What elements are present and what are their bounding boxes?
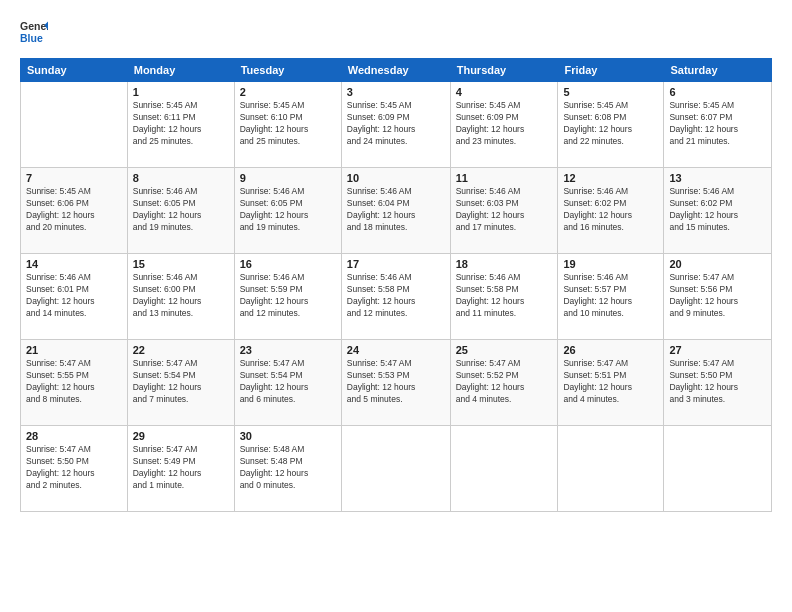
week-row-5: 28Sunrise: 5:47 AM Sunset: 5:50 PM Dayli… — [21, 426, 772, 512]
calendar-cell: 23Sunrise: 5:47 AM Sunset: 5:54 PM Dayli… — [234, 340, 341, 426]
day-number: 13 — [669, 172, 766, 184]
calendar-cell — [558, 426, 664, 512]
day-info: Sunrise: 5:47 AM Sunset: 5:53 PM Dayligh… — [347, 358, 445, 406]
calendar-cell — [341, 426, 450, 512]
calendar-cell: 17Sunrise: 5:46 AM Sunset: 5:58 PM Dayli… — [341, 254, 450, 340]
day-info: Sunrise: 5:45 AM Sunset: 6:07 PM Dayligh… — [669, 100, 766, 148]
day-info: Sunrise: 5:46 AM Sunset: 6:01 PM Dayligh… — [26, 272, 122, 320]
day-number: 19 — [563, 258, 658, 270]
calendar-cell: 12Sunrise: 5:46 AM Sunset: 6:02 PM Dayli… — [558, 168, 664, 254]
day-info: Sunrise: 5:47 AM Sunset: 5:49 PM Dayligh… — [133, 444, 229, 492]
day-info: Sunrise: 5:47 AM Sunset: 5:54 PM Dayligh… — [133, 358, 229, 406]
calendar-cell: 29Sunrise: 5:47 AM Sunset: 5:49 PM Dayli… — [127, 426, 234, 512]
weekday-header-saturday: Saturday — [664, 59, 772, 82]
weekday-header-wednesday: Wednesday — [341, 59, 450, 82]
calendar-cell: 2Sunrise: 5:45 AM Sunset: 6:10 PM Daylig… — [234, 82, 341, 168]
day-info: Sunrise: 5:46 AM Sunset: 6:04 PM Dayligh… — [347, 186, 445, 234]
weekday-header-row: SundayMondayTuesdayWednesdayThursdayFrid… — [21, 59, 772, 82]
day-number: 8 — [133, 172, 229, 184]
calendar-cell: 14Sunrise: 5:46 AM Sunset: 6:01 PM Dayli… — [21, 254, 128, 340]
calendar-cell: 24Sunrise: 5:47 AM Sunset: 5:53 PM Dayli… — [341, 340, 450, 426]
calendar-cell: 4Sunrise: 5:45 AM Sunset: 6:09 PM Daylig… — [450, 82, 558, 168]
day-number: 6 — [669, 86, 766, 98]
day-info: Sunrise: 5:48 AM Sunset: 5:48 PM Dayligh… — [240, 444, 336, 492]
calendar-cell: 30Sunrise: 5:48 AM Sunset: 5:48 PM Dayli… — [234, 426, 341, 512]
week-row-4: 21Sunrise: 5:47 AM Sunset: 5:55 PM Dayli… — [21, 340, 772, 426]
week-row-1: 1Sunrise: 5:45 AM Sunset: 6:11 PM Daylig… — [21, 82, 772, 168]
day-number: 26 — [563, 344, 658, 356]
svg-text:Blue: Blue — [20, 32, 43, 44]
calendar-cell: 1Sunrise: 5:45 AM Sunset: 6:11 PM Daylig… — [127, 82, 234, 168]
calendar-cell: 25Sunrise: 5:47 AM Sunset: 5:52 PM Dayli… — [450, 340, 558, 426]
day-info: Sunrise: 5:45 AM Sunset: 6:08 PM Dayligh… — [563, 100, 658, 148]
day-info: Sunrise: 5:46 AM Sunset: 6:02 PM Dayligh… — [669, 186, 766, 234]
weekday-header-sunday: Sunday — [21, 59, 128, 82]
day-info: Sunrise: 5:46 AM Sunset: 6:05 PM Dayligh… — [240, 186, 336, 234]
day-info: Sunrise: 5:47 AM Sunset: 5:51 PM Dayligh… — [563, 358, 658, 406]
day-number: 16 — [240, 258, 336, 270]
weekday-header-friday: Friday — [558, 59, 664, 82]
calendar-cell: 19Sunrise: 5:46 AM Sunset: 5:57 PM Dayli… — [558, 254, 664, 340]
day-info: Sunrise: 5:46 AM Sunset: 5:58 PM Dayligh… — [347, 272, 445, 320]
day-number: 28 — [26, 430, 122, 442]
weekday-header-tuesday: Tuesday — [234, 59, 341, 82]
calendar-cell: 16Sunrise: 5:46 AM Sunset: 5:59 PM Dayli… — [234, 254, 341, 340]
calendar-cell: 10Sunrise: 5:46 AM Sunset: 6:04 PM Dayli… — [341, 168, 450, 254]
calendar-cell: 20Sunrise: 5:47 AM Sunset: 5:56 PM Dayli… — [664, 254, 772, 340]
page: General Blue SundayMondayTuesdayWednesda… — [0, 0, 792, 612]
calendar-cell: 27Sunrise: 5:47 AM Sunset: 5:50 PM Dayli… — [664, 340, 772, 426]
day-info: Sunrise: 5:45 AM Sunset: 6:10 PM Dayligh… — [240, 100, 336, 148]
day-info: Sunrise: 5:47 AM Sunset: 5:54 PM Dayligh… — [240, 358, 336, 406]
day-number: 24 — [347, 344, 445, 356]
day-number: 21 — [26, 344, 122, 356]
calendar-cell: 15Sunrise: 5:46 AM Sunset: 6:00 PM Dayli… — [127, 254, 234, 340]
day-info: Sunrise: 5:46 AM Sunset: 5:59 PM Dayligh… — [240, 272, 336, 320]
day-info: Sunrise: 5:47 AM Sunset: 5:52 PM Dayligh… — [456, 358, 553, 406]
calendar-cell — [21, 82, 128, 168]
day-info: Sunrise: 5:46 AM Sunset: 6:03 PM Dayligh… — [456, 186, 553, 234]
calendar-cell: 3Sunrise: 5:45 AM Sunset: 6:09 PM Daylig… — [341, 82, 450, 168]
header: General Blue — [20, 18, 772, 46]
day-info: Sunrise: 5:47 AM Sunset: 5:50 PM Dayligh… — [26, 444, 122, 492]
day-info: Sunrise: 5:47 AM Sunset: 5:55 PM Dayligh… — [26, 358, 122, 406]
day-info: Sunrise: 5:47 AM Sunset: 5:50 PM Dayligh… — [669, 358, 766, 406]
calendar-cell: 13Sunrise: 5:46 AM Sunset: 6:02 PM Dayli… — [664, 168, 772, 254]
day-number: 11 — [456, 172, 553, 184]
day-number: 4 — [456, 86, 553, 98]
week-row-3: 14Sunrise: 5:46 AM Sunset: 6:01 PM Dayli… — [21, 254, 772, 340]
day-info: Sunrise: 5:46 AM Sunset: 6:05 PM Dayligh… — [133, 186, 229, 234]
day-number: 27 — [669, 344, 766, 356]
logo-icon: General Blue — [20, 18, 48, 46]
logo: General Blue — [20, 18, 48, 46]
calendar-cell: 21Sunrise: 5:47 AM Sunset: 5:55 PM Dayli… — [21, 340, 128, 426]
day-number: 14 — [26, 258, 122, 270]
day-number: 29 — [133, 430, 229, 442]
day-info: Sunrise: 5:45 AM Sunset: 6:11 PM Dayligh… — [133, 100, 229, 148]
calendar-cell: 11Sunrise: 5:46 AM Sunset: 6:03 PM Dayli… — [450, 168, 558, 254]
weekday-header-monday: Monday — [127, 59, 234, 82]
day-info: Sunrise: 5:46 AM Sunset: 5:57 PM Dayligh… — [563, 272, 658, 320]
calendar-cell — [450, 426, 558, 512]
day-number: 22 — [133, 344, 229, 356]
day-number: 1 — [133, 86, 229, 98]
day-number: 3 — [347, 86, 445, 98]
day-number: 10 — [347, 172, 445, 184]
day-number: 2 — [240, 86, 336, 98]
calendar-cell: 9Sunrise: 5:46 AM Sunset: 6:05 PM Daylig… — [234, 168, 341, 254]
day-info: Sunrise: 5:46 AM Sunset: 6:00 PM Dayligh… — [133, 272, 229, 320]
day-info: Sunrise: 5:45 AM Sunset: 6:09 PM Dayligh… — [347, 100, 445, 148]
calendar-cell: 26Sunrise: 5:47 AM Sunset: 5:51 PM Dayli… — [558, 340, 664, 426]
calendar-cell: 5Sunrise: 5:45 AM Sunset: 6:08 PM Daylig… — [558, 82, 664, 168]
calendar-cell: 28Sunrise: 5:47 AM Sunset: 5:50 PM Dayli… — [21, 426, 128, 512]
day-number: 25 — [456, 344, 553, 356]
week-row-2: 7Sunrise: 5:45 AM Sunset: 6:06 PM Daylig… — [21, 168, 772, 254]
calendar-cell: 22Sunrise: 5:47 AM Sunset: 5:54 PM Dayli… — [127, 340, 234, 426]
calendar-cell: 8Sunrise: 5:46 AM Sunset: 6:05 PM Daylig… — [127, 168, 234, 254]
calendar-cell: 18Sunrise: 5:46 AM Sunset: 5:58 PM Dayli… — [450, 254, 558, 340]
day-number: 15 — [133, 258, 229, 270]
day-number: 12 — [563, 172, 658, 184]
calendar-table: SundayMondayTuesdayWednesdayThursdayFrid… — [20, 58, 772, 512]
day-info: Sunrise: 5:46 AM Sunset: 5:58 PM Dayligh… — [456, 272, 553, 320]
day-number: 9 — [240, 172, 336, 184]
day-number: 7 — [26, 172, 122, 184]
